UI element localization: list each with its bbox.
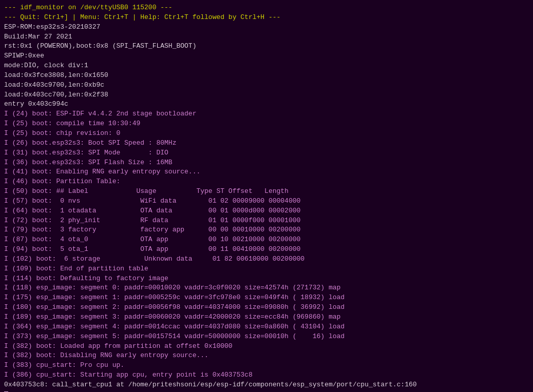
terminal-line: I (24) boot: ESP-IDF v4.4.2 2nd stage bo… [4, 109, 529, 119]
terminal-line: I (189) esp_image: segment 3: paddr=0006… [4, 312, 529, 322]
terminal-line: load:0x403c9700,len:0xb9c [4, 81, 529, 90]
terminal-line: I (64) boot: 1 otadata OTA data 00 01 00… [4, 206, 529, 216]
terminal-line: I (46) boot: Partition Table: [4, 177, 529, 187]
terminal-line: I (25) boot: chip revision: 0 [4, 129, 529, 139]
terminal-line: I (109) boot: End of partition table [4, 264, 529, 274]
terminal-line: I (118) esp_image: segment 0: paddr=0001… [4, 283, 529, 293]
terminal-line: load:0x3fce3808,len:0x1650 [4, 71, 529, 81]
terminal-line: entry 0x403c994c [4, 100, 529, 109]
terminal-line: 0x403753c8: call_start_cpu1 at /home/pri… [4, 380, 529, 390]
terminal-line: I (57) boot: 0 nvs WiFi data 01 02 00009… [4, 197, 529, 206]
terminal-line: I (175) esp_image: segment 1: paddr=0005… [4, 293, 529, 303]
terminal-line: I (50) boot: ## Label Usage Type ST Offs… [4, 187, 529, 197]
terminal-line: I (79) boot: 3 factory factory app 00 00… [4, 225, 529, 235]
terminal-line: I (87) boot: 4 ota_0 OTA app 00 10 00210… [4, 235, 529, 245]
terminal-line: rst:0x1 (POWERON),boot:0x8 (SPI_FAST_FLA… [4, 42, 529, 51]
terminal-line: --- Quit: Ctrl+] | Menu: Ctrl+T | Help: … [4, 13, 529, 23]
terminal-line: I (364) esp_image: segment 4: paddr=0014… [4, 322, 529, 332]
terminal-line: I (72) boot: 2 phy_init RF data 01 01 00… [4, 216, 529, 226]
terminal-line: I (41) boot: Enabling RNG early entropy … [4, 167, 529, 177]
terminal-line: ESP-ROM:esp32s3-20210327 [4, 23, 529, 32]
terminal-line: I (386) cpu_start: Starting app cpu, ent… [4, 370, 529, 380]
terminal-line: I (94) boot: 5 ota_1 OTA app 00 11 00410… [4, 245, 529, 254]
terminal-line: Build:Mar 27 2021 [4, 32, 529, 42]
terminal-line: --- idf_monitor on /dev/ttyUSB0 115200 -… [4, 3, 529, 13]
terminal-line: I (383) cpu_start: Pro cpu up. [4, 361, 529, 370]
terminal-line: mode:DIO, clock div:1 [4, 61, 529, 71]
terminal-line: SPIWP:0xee [4, 51, 529, 61]
terminal-line: I (373) esp_image: segment 5: paddr=0015… [4, 332, 529, 342]
terminal-line: I (31) boot.esp32s3: SPI Mode : DIO [4, 148, 529, 158]
terminal-line: I (25) boot: compile time 10:30:49 [4, 119, 529, 129]
terminal-line: I (382) boot: Disabling RNG early entrop… [4, 351, 529, 361]
terminal-line: I (382) boot: Loaded app from partition … [4, 342, 529, 351]
terminal-line: I (36) boot.esp32s3: SPI Flash Size : 16… [4, 158, 529, 168]
terminal-container: --- idf_monitor on /dev/ttyUSB0 115200 -… [4, 3, 529, 390]
terminal-line: I (114) boot: Defaulting to factory imag… [4, 274, 529, 284]
terminal-line: I (102) boot: 6 storage Unknown data 01 … [4, 254, 529, 264]
terminal-line: load:0x403cc700,len:0x2f38 [4, 90, 529, 100]
terminal-line: I (26) boot.esp32s3: Boot SPI Speed : 80… [4, 139, 529, 148]
terminal-line: I (180) esp_image: segment 2: paddr=0005… [4, 303, 529, 312]
